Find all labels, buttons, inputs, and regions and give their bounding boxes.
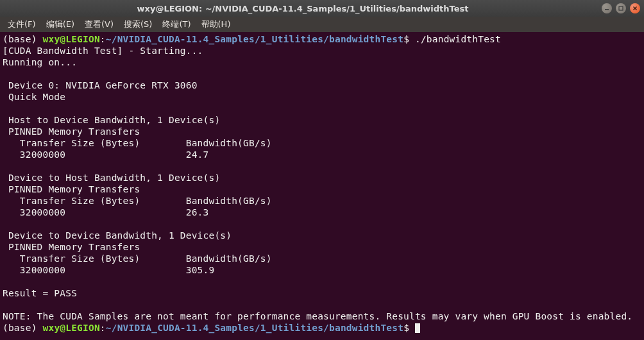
svg-rect-0 [605,9,609,10]
menu-edit[interactable]: 编辑(E) [41,17,80,31]
prompt-dollar: $ [403,34,409,44]
section-pin: PINNED Memory Transfers [3,184,140,194]
section-row: 32000000 305.9 [3,265,214,275]
section-row: 32000000 24.7 [3,149,208,160]
prompt-env: (base) [3,323,43,333]
menu-search[interactable]: 搜索(S) [119,17,157,31]
section-pin: PINNED Memory Transfers [3,126,140,137]
prompt-path: ~/NVIDIA_CUDA-11.4_Samples/1_Utilities/b… [106,34,403,44]
titlebar[interactable]: wxy@LEGION: ~/NVIDIA_CUDA-11.4_Samples/1… [0,0,644,17]
out-mode: Quick Mode [3,92,65,102]
section-pin: PINNED Memory Transfers [3,242,140,252]
out-result: Result = PASS [3,288,77,298]
terminal-output[interactable]: (base) wxy@LEGION:~/NVIDIA_CUDA-11.4_Sam… [0,32,644,340]
command: ./bandwidthTest [409,34,501,44]
out-note: NOTE: The CUDA Samples are not meant for… [3,311,632,321]
cursor [415,323,420,333]
svg-rect-1 [619,6,623,10]
close-button[interactable] [630,3,640,13]
menu-terminal[interactable]: 终端(T) [157,17,196,31]
prompt-colon: : [100,323,106,333]
prompt-env: (base) [3,34,43,44]
window-controls [602,3,640,13]
window-title: wxy@LEGION: ~/NVIDIA_CUDA-11.4_Samples/1… [4,4,602,13]
section-title: Device to Device Bandwidth, 1 Device(s) [3,230,232,241]
section-title: Device to Host Bandwidth, 1 Device(s) [3,173,220,183]
menu-help[interactable]: 帮助(H) [196,17,236,31]
prompt-colon: : [100,34,106,44]
out-line: [CUDA Bandwidth Test] - Starting... [3,46,203,56]
prompt-dollar: $ [403,323,409,333]
terminal-window: wxy@LEGION: ~/NVIDIA_CUDA-11.4_Samples/1… [0,0,644,340]
maximize-button[interactable] [616,3,626,13]
prompt-userhost: wxy@LEGION [43,34,100,44]
section-header: Transfer Size (Bytes) Bandwidth(GB/s) [3,196,272,206]
out-line: Running on... [3,57,77,67]
out-device: Device 0: NVIDIA GeForce RTX 3060 [3,80,198,90]
menu-file[interactable]: 文件(F) [3,17,41,31]
prompt-userhost: wxy@LEGION [43,323,100,333]
menubar: 文件(F) 编辑(E) 查看(V) 搜索(S) 终端(T) 帮助(H) [0,17,644,32]
section-header: Transfer Size (Bytes) Bandwidth(GB/s) [3,138,272,148]
minimize-button[interactable] [602,3,612,13]
section-header: Transfer Size (Bytes) Bandwidth(GB/s) [3,253,272,264]
prompt-path: ~/NVIDIA_CUDA-11.4_Samples/1_Utilities/b… [106,323,403,333]
menu-view[interactable]: 查看(V) [80,17,119,31]
section-title: Host to Device Bandwidth, 1 Device(s) [3,115,220,125]
section-row: 32000000 26.3 [3,207,208,217]
